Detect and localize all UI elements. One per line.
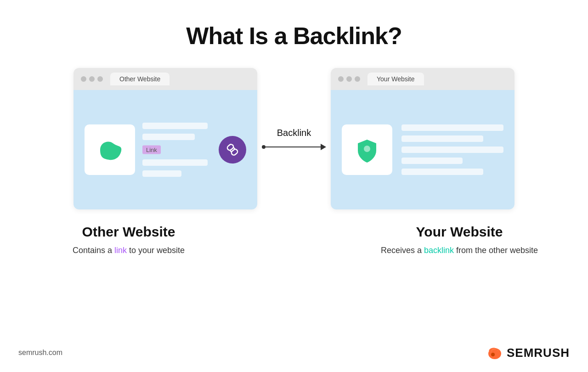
content-line-4 — [142, 159, 208, 166]
page-title: What Is a Backlink? — [186, 22, 401, 50]
footer-url: semrush.com — [18, 349, 62, 357]
arrow-area: Backlink — [257, 128, 331, 150]
link-highlight: Link — [142, 146, 161, 154]
left-label-section: Other Website Contains a link to your we… — [37, 224, 220, 257]
left-label-title: Other Website — [37, 224, 220, 240]
right-browser-body — [331, 90, 514, 209]
left-browser-dots — [81, 76, 103, 82]
right-dot-2 — [346, 76, 352, 82]
right-browser-image-box — [342, 124, 392, 175]
left-browser-window: Other Website Link — [74, 68, 257, 209]
right-line-5 — [401, 169, 483, 175]
right-line-1 — [401, 124, 503, 131]
left-desc-after: to your website — [127, 246, 185, 255]
dot-3 — [97, 76, 103, 82]
right-dot-1 — [338, 76, 344, 82]
right-dot-3 — [355, 76, 360, 82]
arrow-dot — [262, 145, 266, 149]
shield-icon — [353, 136, 381, 163]
backlink-label: Backlink — [277, 128, 311, 138]
arrow-shaft — [266, 147, 321, 147]
diagram-area: Other Website Link — [0, 68, 588, 209]
svg-point-4 — [364, 146, 370, 152]
left-browser-titlebar: Other Website — [74, 68, 257, 90]
content-line-1 — [142, 123, 208, 129]
right-link-word: backlink — [424, 246, 454, 255]
dot-1 — [81, 76, 86, 82]
arrow-line — [262, 144, 326, 150]
right-browser-tab: Your Website — [368, 73, 424, 85]
content-link-line: Link — [142, 145, 188, 155]
left-link-word: link — [114, 246, 127, 255]
chain-link-icon-circle — [219, 136, 246, 163]
right-browser-window: Your Website — [331, 68, 514, 209]
chain-link-icon — [226, 143, 239, 157]
arrow-head — [321, 144, 326, 150]
right-browser-dots — [338, 76, 360, 82]
right-desc-before: Receives a — [381, 246, 424, 255]
left-desc-before: Contains a — [73, 246, 114, 255]
green-blob-icon — [96, 138, 124, 162]
right-desc-after: from the other website — [454, 246, 538, 255]
semrush-brand-icon — [486, 344, 503, 361]
svg-point-6 — [491, 353, 495, 356]
left-content-lines: Link — [142, 123, 208, 177]
right-content-lines — [401, 124, 503, 175]
left-browser-image-box — [85, 124, 135, 175]
svg-line-3 — [234, 147, 235, 149]
right-line-3 — [401, 147, 503, 153]
semrush-brand-text: SEMRUSH — [507, 346, 570, 360]
right-label-section: Your Website Receives a backlink from th… — [368, 224, 551, 257]
right-label-title: Your Website — [368, 224, 551, 240]
content-line-5 — [142, 170, 181, 177]
bottom-labels: Other Website Contains a link to your we… — [0, 224, 588, 257]
left-browser-tab: Other Website — [110, 73, 170, 85]
semrush-logo: SEMRUSH — [486, 344, 570, 361]
left-label-desc: Contains a link to your website — [37, 244, 220, 257]
right-line-4 — [401, 158, 463, 164]
right-browser-titlebar: Your Website — [331, 68, 514, 90]
svg-line-2 — [230, 151, 232, 152]
content-line-2 — [142, 134, 195, 140]
right-label-desc: Receives a backlink from the other websi… — [368, 244, 551, 257]
dot-2 — [89, 76, 95, 82]
footer: semrush.com SEMRUSH — [0, 344, 588, 361]
right-line-2 — [401, 135, 483, 142]
left-browser-body: Link — [74, 90, 257, 209]
